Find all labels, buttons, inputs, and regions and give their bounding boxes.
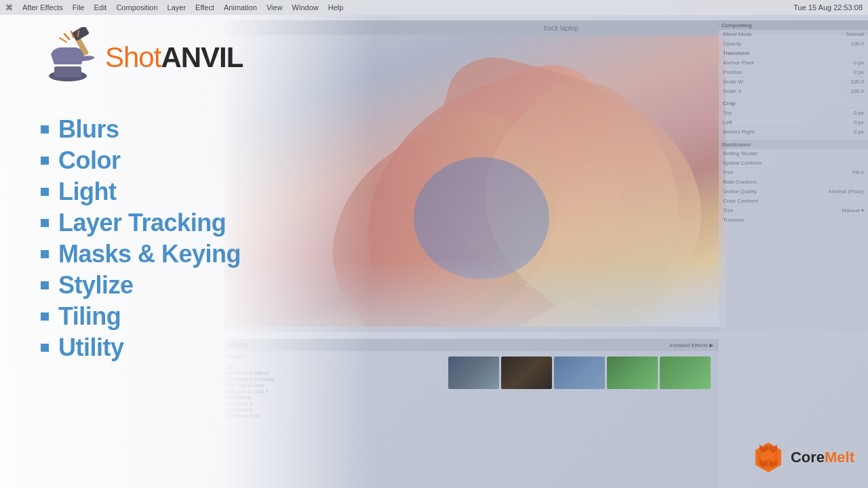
- online-quality-value: Normal (Floor): [829, 188, 864, 195]
- menu-item-light[interactable]: Light: [41, 178, 353, 206]
- compositing-label: Compositing: [722, 22, 751, 28]
- menu-window[interactable]: Window: [292, 3, 319, 12]
- installed-effects-label: Installed Effects ▶: [669, 342, 713, 348]
- menu-effect[interactable]: Effect: [195, 3, 214, 12]
- logo-shot: Shot: [105, 41, 161, 73]
- coremelt-hex-icon: [751, 441, 785, 474]
- logo-text-group: ShotANVIL: [105, 41, 243, 74]
- menu-layer[interactable]: Layer: [167, 3, 186, 12]
- opacity-value: 100.0: [850, 41, 864, 47]
- scalew-row: Scale W 100.0: [719, 77, 868, 87]
- blend-mode-label: Blend Mode: [723, 31, 752, 37]
- label-color: Color: [58, 146, 121, 175]
- svg-line-6: [60, 38, 66, 42]
- left-value: 0 px: [854, 119, 864, 125]
- bullet-color: [41, 157, 49, 165]
- motion-blur-header: Stabilization: [719, 140, 868, 149]
- menu-item-layer-tracking[interactable]: Layer Tracking: [41, 209, 353, 237]
- color-conform-row: Color Conform: [719, 197, 868, 206]
- properties-panel: Compositing Blend Mode Normal Opacity 10…: [719, 20, 868, 488]
- color-conform-value-row: Trim Manual ▾: [719, 206, 868, 216]
- thumb-3-img: [554, 357, 605, 389]
- menu-after-effects[interactable]: After Effects: [22, 3, 63, 12]
- thumb-5: [660, 357, 711, 389]
- color-trim-value: Manual ▾: [842, 207, 864, 214]
- feature-list: Blurs Color Light Layer Tracking Masks &…: [41, 115, 353, 362]
- scalex-row: Scale X 100.0: [719, 87, 868, 96]
- menu-item-tiling[interactable]: Tiling: [41, 302, 353, 331]
- coremelt-core-text: Core: [791, 449, 825, 466]
- spatial-label: Spatial Conform: [723, 160, 762, 166]
- menu-bar: ⌘ After Effects File Edit Composition La…: [0, 0, 868, 15]
- svg-line-5: [71, 31, 73, 37]
- thumb-4-img: [607, 357, 658, 389]
- position-row: Position 0 px: [719, 68, 868, 77]
- top-row: Top 0 px: [719, 108, 868, 118]
- anchor-value: 0 px: [854, 60, 864, 66]
- scalex-label: Scale X: [723, 88, 742, 94]
- rolling-label: Rolling Shutter: [723, 150, 758, 157]
- bullet-light: [41, 188, 49, 196]
- label-stylize: Stylize: [58, 271, 134, 300]
- scalew-value: 100.0: [850, 79, 864, 85]
- motion-blur-label: Stabilization: [722, 142, 751, 148]
- color-trim-label: Trim: [723, 207, 734, 214]
- bullet-utility: [41, 344, 49, 352]
- bullet-stylize: [41, 281, 49, 289]
- trim-value: Fill 0: [852, 169, 864, 176]
- position-label: Position: [723, 69, 742, 75]
- crop-header: Crop: [719, 99, 868, 108]
- menu-file[interactable]: File: [73, 3, 85, 12]
- bullet-blurs: [41, 125, 49, 134]
- menu-item-masks-keying[interactable]: Masks & Keying: [41, 240, 353, 268]
- position-value: 0 px: [854, 69, 864, 75]
- thumb-5-img: [660, 357, 711, 389]
- anchor-row: Anchor Point 0 px: [719, 58, 868, 68]
- left-row: Left 0 px: [719, 118, 868, 127]
- menu-bar-time: Tue 15 Aug 22:53:08: [793, 3, 863, 12]
- online-quality-row: Online Quality Normal (Floor): [719, 187, 868, 197]
- label-masks-keying: Masks & Keying: [58, 240, 241, 268]
- logo-area: ShotANVIL: [41, 27, 353, 88]
- trackers-row: Trackers: [719, 216, 868, 225]
- rate-conform-label: Rate Conform: [723, 179, 757, 185]
- menu-edit[interactable]: Edit: [94, 3, 106, 12]
- thumb-2: [501, 357, 552, 389]
- bullet-masks-keying: [41, 250, 49, 258]
- menu-item-blurs[interactable]: Blurs: [41, 115, 353, 144]
- thumb-3: [554, 357, 605, 389]
- svg-line-7: [78, 30, 79, 37]
- thumb-2-img: [501, 357, 552, 389]
- anchor-label: Anchor Point: [723, 60, 754, 66]
- coremelt-logo: CoreMelt: [751, 441, 854, 474]
- crop-label: Crop: [723, 100, 736, 106]
- menu-view[interactable]: View: [267, 3, 283, 12]
- menu-composition[interactable]: Composition: [116, 3, 157, 12]
- apple-menu[interactable]: ⌘: [5, 3, 13, 12]
- thumb-4: [607, 357, 658, 389]
- menu-help[interactable]: Help: [328, 3, 344, 12]
- menu-animation[interactable]: Animation: [224, 3, 257, 12]
- thumb-1-img: [448, 357, 499, 389]
- blend-mode-value: Normal: [846, 31, 864, 37]
- thumbnail-grid: [443, 351, 716, 394]
- menu-item-color[interactable]: Color: [41, 146, 353, 175]
- online-quality-label: Online Quality: [723, 188, 757, 195]
- color-conform-label: Color Conform: [723, 198, 758, 204]
- thumb-1: [448, 357, 499, 389]
- label-utility: Utility: [58, 333, 124, 362]
- trim-row: Trim Fill 0: [719, 168, 868, 178]
- logo-anvil: ANVIL: [161, 41, 243, 73]
- bullet-layer-tracking: [41, 219, 49, 227]
- scalew-label: Scale W: [723, 79, 743, 85]
- bottom-right-row: Bottom Right 0 px: [719, 127, 868, 137]
- menu-item-utility[interactable]: Utility: [41, 333, 353, 362]
- menu-item-stylize[interactable]: Stylize: [41, 271, 353, 300]
- compositing-header: Compositing: [719, 20, 868, 30]
- bullet-tiling: [41, 312, 49, 321]
- rate-conform-row: Rate Conform: [719, 178, 868, 187]
- rolling-row: Rolling Shutter: [719, 149, 868, 159]
- trim-label: Trim: [723, 169, 734, 176]
- svg-rect-1: [54, 66, 81, 77]
- opacity-row: Opacity 100.0: [719, 39, 868, 49]
